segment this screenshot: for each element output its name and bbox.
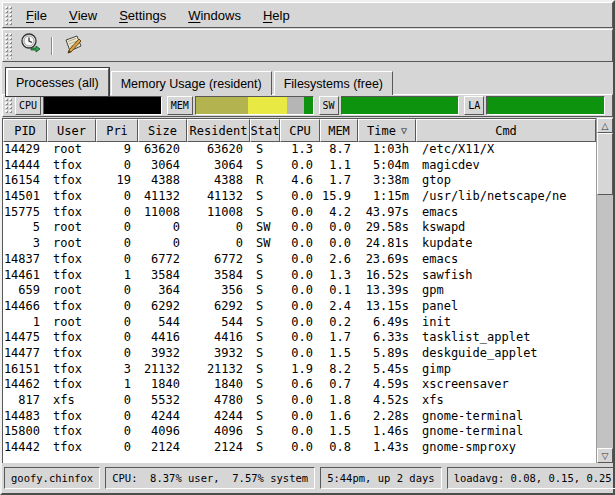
monitor-segment (342, 97, 459, 114)
column-header-pid[interactable]: PID (3, 119, 47, 142)
menu-item-view[interactable]: View (58, 3, 108, 27)
cell-time: 24.81s (358, 236, 416, 252)
column-header-cmd[interactable]: Cmd (416, 119, 596, 142)
tab-memory-usage-resident[interactable]: Memory Usage (resident) (111, 71, 272, 95)
cell-cpu: 0.0 (280, 440, 320, 456)
cell-resident: 356 (187, 283, 250, 299)
cell-cpu: 0.0 (280, 409, 320, 425)
process-row[interactable]: 14442tfox021242124S0.00.81.43sgnome-smpr… (3, 440, 596, 456)
cell-resident: 6292 (187, 299, 250, 315)
column-header-user[interactable]: User (47, 119, 96, 142)
cell-size: 2124 (138, 440, 187, 456)
cell-cpu: 0.0 (280, 283, 320, 299)
menubar-grip-handle[interactable] (4, 5, 13, 25)
cell-stat: S (250, 158, 280, 174)
cell-pid: 5 (3, 220, 47, 236)
cell-pid: 3 (3, 236, 47, 252)
cell-time: 13.39s (358, 283, 416, 299)
la-monitor-label[interactable]: LA (464, 96, 484, 115)
process-row[interactable]: 16151tfox32113221132S1.98.25.45sgimp (3, 362, 596, 378)
process-row[interactable]: 5root000SW0.00.029.58skswapd (3, 220, 596, 236)
cell-resident: 6772 (187, 252, 250, 268)
cell-size: 11008 (138, 205, 187, 221)
la-monitor-bar[interactable] (486, 96, 605, 115)
cell-resident: 4388 (187, 173, 250, 189)
cell-cmd: magicdev (416, 158, 596, 174)
process-row[interactable]: 3root000SW0.00.024.81skupdate (3, 236, 596, 252)
cell-cmd: gpm (416, 283, 596, 299)
loadavg-panel: loadavg: 0.08, 0.15, 0.25 (447, 467, 615, 489)
column-header-cpu[interactable]: CPU (280, 119, 320, 142)
cell-stat: S (250, 252, 280, 268)
tab-processes-all[interactable]: Processes (all) (6, 68, 109, 96)
sw-monitor-label[interactable]: SW (319, 96, 339, 115)
process-row[interactable]: 14429root96362063620S1.38.71:03h/etc/X11… (3, 142, 596, 158)
process-row[interactable]: 16154tfox1943884388R4.61.73:38mgtop (3, 173, 596, 189)
process-table-main: PIDUserPriSizeResidentStatCPUMEMTime▽Cmd… (2, 118, 596, 463)
process-row[interactable]: 14466tfox062926292S0.02.413.15spanel (3, 299, 596, 315)
scroll-up-button[interactable]: △ (597, 118, 613, 133)
column-header-pri[interactable]: Pri (96, 119, 138, 142)
cell-cpu: 1.9 (280, 362, 320, 378)
column-header-stat[interactable]: Stat (250, 119, 280, 142)
tab-filesystems-free[interactable]: Filesystems (free) (274, 71, 393, 95)
process-row[interactable]: 817xfs055324780S0.01.84.52sxfs (3, 393, 596, 409)
cell-resident: 63620 (187, 142, 250, 158)
cell-pid: 16154 (3, 173, 47, 189)
process-row[interactable]: 15775tfox01100811008S0.04.243.97semacs (3, 205, 596, 221)
cell-mem: 1.8 (320, 393, 358, 409)
menu-item-windows[interactable]: Windows (177, 3, 252, 27)
cell-size: 41132 (138, 189, 187, 205)
column-header-mem[interactable]: MEM (320, 119, 358, 142)
cell-mem: 0.7 (320, 377, 358, 393)
process-row[interactable]: 14483tfox042444244S0.01.62.28sgnome-term… (3, 409, 596, 425)
cell-time: 43.97s (358, 205, 416, 221)
column-header-size[interactable]: Size (138, 119, 187, 142)
process-row[interactable]: 14444tfox030643064S0.01.15:04mmagicdev (3, 158, 596, 174)
process-row[interactable]: 14461tfox135843584S0.01.316.52ssawfish (3, 268, 596, 284)
column-header-resident[interactable]: Resident (187, 119, 250, 142)
mem-monitor-bar[interactable] (195, 96, 314, 115)
edit-properties-button[interactable] (57, 32, 89, 60)
column-header-time[interactable]: Time▽ (358, 119, 416, 142)
mem-monitor-label[interactable]: MEM (167, 96, 193, 115)
sw-monitor-bar[interactable] (341, 96, 460, 115)
menu-item-file[interactable]: File (15, 3, 58, 27)
cell-pid: 14477 (3, 346, 47, 362)
monitor-segment (287, 97, 305, 114)
monitor-grip-handle[interactable] (4, 97, 13, 114)
cell-user: tfox (47, 173, 96, 189)
cpu-monitor-bar[interactable] (43, 96, 162, 115)
cell-size: 0 (138, 220, 187, 236)
cell-cpu: 0.0 (280, 315, 320, 331)
cell-user: root (47, 142, 96, 158)
menu-item-help[interactable]: Help (252, 3, 301, 27)
run-timer-button[interactable] (15, 32, 47, 60)
monitor-segment (248, 97, 287, 114)
cpu-monitor-label[interactable]: CPU (15, 96, 41, 115)
cell-user: tfox (47, 268, 96, 284)
cell-cpu: 0.0 (280, 205, 320, 221)
toolbar-grip-handle[interactable] (4, 32, 13, 59)
scrollbar-thumb[interactable] (597, 133, 613, 195)
cell-pid: 15775 (3, 205, 47, 221)
cell-mem: 1.5 (320, 424, 358, 440)
cell-cmd: gnome-smproxy (416, 440, 596, 456)
process-row[interactable]: 15800tfox040964096S0.01.51.46sgnome-term… (3, 424, 596, 440)
cell-time: 2.28s (358, 409, 416, 425)
uptime-panel: 5:44pm, up 2 days (320, 467, 441, 489)
process-row[interactable]: 14475tfox044164416S0.01.76.33stasklist_a… (3, 330, 596, 346)
process-row[interactable]: 14477tfox039323932S0.01.55.89sdeskguide_… (3, 346, 596, 362)
process-row[interactable]: 14462tfox118401840S0.60.74.59sxscreensav… (3, 377, 596, 393)
cell-cmd: xfs (416, 393, 596, 409)
vertical-scrollbar[interactable]: △ ▽ (596, 118, 613, 463)
cell-time: 1.46s (358, 424, 416, 440)
menu-item-settings[interactable]: Settings (108, 3, 177, 27)
scrollbar-track[interactable] (597, 195, 613, 448)
process-row[interactable]: 659root0364356S0.00.113.39sgpm (3, 283, 596, 299)
process-row[interactable]: 1root0544544S0.00.26.49sinit (3, 315, 596, 331)
cell-stat: S (250, 409, 280, 425)
scroll-down-button[interactable]: ▽ (597, 448, 613, 463)
process-row[interactable]: 14501tfox04113241132S0.015.91:15m/usr/li… (3, 189, 596, 205)
process-row[interactable]: 14837tfox067726772S0.02.623.69semacs (3, 252, 596, 268)
